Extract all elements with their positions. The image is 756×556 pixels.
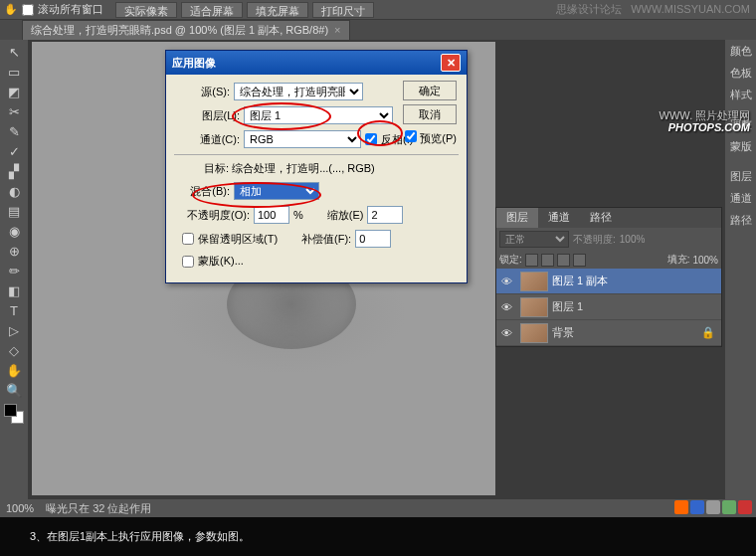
layers-panel-tabs: 图层 通道 路径 [496, 208, 721, 228]
actual-pixels-button[interactable]: 实际像素 [115, 2, 177, 18]
hand-tool[interactable]: ✋ [3, 360, 25, 380]
caption-text: 3、在图层1副本上执行应用图像，参数如图。 [30, 529, 250, 544]
history-brush-tool[interactable]: ▤ [3, 201, 25, 221]
close-tab-icon[interactable]: × [334, 24, 340, 36]
crop-tool[interactable]: ✂ [3, 101, 25, 121]
opacity-value[interactable]: 100% [620, 234, 646, 245]
exposure-info: 曝光只在 32 位起作用 [46, 501, 151, 516]
tab-layers[interactable]: 图层 [496, 208, 538, 228]
lock-label: 锁定: [499, 253, 522, 267]
preview-label: 预览(P) [420, 132, 457, 144]
forum-name: 思缘设计论坛 [556, 3, 622, 15]
layers-panel: 图层 通道 路径 正常 不透明度: 100% 锁定: 填充: 100% 👁 [495, 207, 722, 347]
document-tabbar: 综合处理，打造明亮眼睛.psd @ 100% (图层 1 副本, RGB/8#)… [0, 20, 756, 40]
channel-panel-tab[interactable]: 通道 [725, 187, 756, 209]
zoom-tool[interactable]: 🔍 [3, 380, 25, 400]
layer-thumb[interactable] [520, 272, 548, 291]
eraser-tool[interactable]: ◉ [3, 221, 25, 241]
print-size-button[interactable]: 打印尺寸 [312, 2, 374, 18]
mask-panel-tab[interactable]: 蒙版 [725, 135, 756, 157]
offset-label: 补偿值(F): [301, 232, 351, 247]
dialog-body: 确定 取消 预览(P) 源(S): 综合处理，打造明亮眼睛 图层(L): 图层 … [166, 75, 467, 282]
document-tab-title: 综合处理，打造明亮眼睛.psd @ 100% (图层 1 副本, RGB/8#) [31, 23, 328, 38]
fit-screen-button[interactable]: 适合屏幕 [181, 2, 243, 18]
dialog-close-button[interactable]: ✕ [441, 54, 461, 72]
lock-all-icon[interactable] [573, 254, 586, 267]
tray-icon[interactable] [674, 500, 688, 514]
document-tab[interactable]: 综合处理，打造明亮眼睛.psd @ 100% (图层 1 副本, RGB/8#)… [22, 20, 350, 41]
dialog-titlebar[interactable]: 应用图像 ✕ [166, 51, 467, 75]
toolbox: ↖ ▭ ◩ ✂ ✎ ✓ ▞ ◐ ▤ ◉ ⊕ ✏ ◧ T ▷ ◇ ✋ 🔍 [0, 40, 28, 517]
text-tool[interactable]: T [3, 300, 25, 320]
hand-icon: ✋ [4, 3, 18, 17]
fill-value[interactable]: 100% [692, 255, 718, 266]
layer-select[interactable]: 图层 1 [244, 106, 393, 124]
ok-button[interactable]: 确定 [403, 81, 457, 100]
forum-watermark: 思缘设计论坛 WWW.MISSYUAN.COM [556, 2, 750, 17]
source-select[interactable]: 综合处理，打造明亮眼睛 [234, 83, 363, 100]
layer-thumb[interactable] [520, 323, 548, 343]
brush-tool[interactable]: ▞ [3, 161, 25, 181]
options-bar: ✋ 滚动所有窗口 实际像素 适合屏幕 填充屏幕 打印尺寸 思缘设计论坛 WWW.… [0, 0, 756, 20]
gradient-tool[interactable]: ⊕ [3, 241, 25, 261]
eye-icon[interactable]: 👁 [496, 301, 516, 313]
blend-label: 混合(B): [174, 184, 230, 199]
pen-tool[interactable]: ▷ [3, 320, 25, 340]
eye-icon[interactable]: 👁 [496, 327, 516, 339]
heal-tool[interactable]: ✓ [3, 141, 25, 161]
color-panel-tab[interactable]: 颜色 [725, 40, 756, 62]
channel-select[interactable]: RGB [244, 130, 361, 148]
layer-thumb[interactable] [520, 297, 548, 317]
forum-url: WWW.MISSYUAN.COM [631, 3, 750, 15]
scroll-all-label: 滚动所有窗口 [38, 2, 103, 17]
opacity-input[interactable] [254, 206, 289, 224]
layer-panel-tab[interactable]: 图层 [725, 165, 756, 187]
mask-checkbox[interactable] [182, 256, 194, 268]
preserve-label: 保留透明区域(T) [198, 232, 278, 247]
scroll-all-checkbox[interactable] [22, 4, 34, 16]
layer-row[interactable]: 👁 背景 🔒 [496, 320, 721, 346]
tray-icon[interactable] [690, 500, 704, 514]
clone-tool[interactable]: ◐ [3, 181, 25, 201]
dodge-tool[interactable]: ◧ [3, 280, 25, 300]
scale-label: 缩放(E) [327, 208, 364, 223]
fill-label: 填充: [667, 253, 690, 267]
lasso-tool[interactable]: ◩ [3, 82, 25, 101]
zoom-level[interactable]: 100% [6, 502, 34, 514]
eye-icon[interactable]: 👁 [496, 276, 516, 287]
swatch-panel-tab[interactable]: 色板 [725, 62, 756, 84]
preserve-trans-checkbox[interactable] [182, 233, 194, 245]
lock-pos-icon[interactable] [557, 254, 570, 267]
path-panel-tab[interactable]: 路径 [725, 209, 756, 231]
tutorial-caption: 3、在图层1副本上执行应用图像，参数如图。 [0, 517, 756, 556]
layer-row[interactable]: 👁 图层 1 副本 [496, 269, 721, 294]
tray-icon[interactable] [722, 500, 736, 514]
blur-tool[interactable]: ✏ [3, 261, 25, 280]
eyedropper-tool[interactable]: ✎ [3, 121, 25, 141]
blend-select[interactable]: 相加 [234, 182, 319, 200]
preview-checkbox[interactable] [405, 130, 417, 142]
shape-tool[interactable]: ◇ [3, 340, 25, 360]
invert-checkbox[interactable] [365, 133, 377, 145]
tray-icon[interactable] [738, 500, 752, 514]
tab-paths[interactable]: 路径 [580, 208, 622, 228]
tray-icon[interactable] [706, 500, 720, 514]
cancel-button[interactable]: 取消 [403, 104, 457, 124]
layer-row[interactable]: 👁 图层 1 [496, 294, 721, 320]
layer-name: 图层 1 [552, 299, 583, 314]
layers-panel-controls: 正常 不透明度: 100% [496, 228, 721, 251]
tab-channels[interactable]: 通道 [538, 208, 580, 228]
fill-screen-button[interactable]: 填充屏幕 [247, 2, 308, 18]
scale-input[interactable] [367, 206, 403, 224]
move-tool[interactable]: ↖ [3, 42, 25, 62]
lock-pixels-icon[interactable] [541, 254, 554, 267]
blend-mode-select[interactable]: 正常 [499, 231, 569, 248]
style-panel-tab[interactable]: 样式 [725, 84, 756, 105]
lock-trans-icon[interactable] [525, 254, 538, 267]
offset-input[interactable] [355, 230, 391, 248]
apply-image-dialog: 应用图像 ✕ 确定 取消 预览(P) 源(S): 综合处理，打造明亮眼睛 图层(… [165, 50, 468, 283]
color-swatches[interactable] [4, 404, 24, 424]
fg-color-swatch[interactable] [4, 404, 17, 417]
marquee-tool[interactable]: ▭ [3, 62, 25, 82]
source-label: 源(S): [174, 85, 230, 99]
